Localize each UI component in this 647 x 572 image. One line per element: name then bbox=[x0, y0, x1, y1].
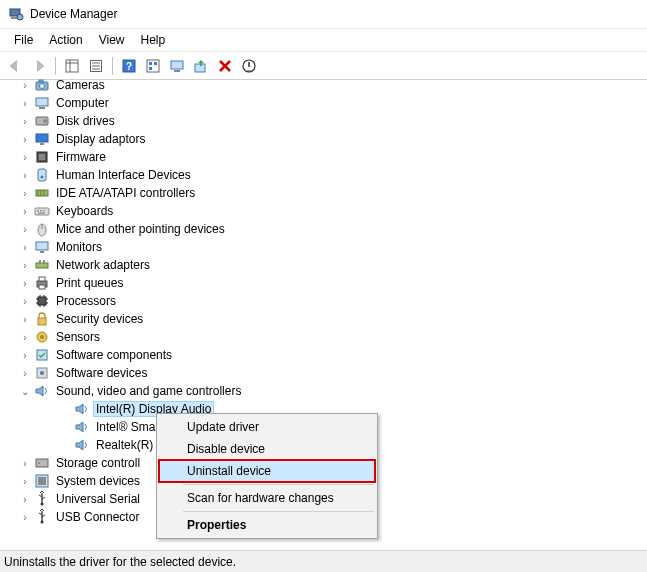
category-label: USB Connector bbox=[54, 510, 141, 524]
category-label: Storage controll bbox=[54, 456, 142, 470]
expand-arrow-icon[interactable]: › bbox=[18, 242, 32, 253]
category-label: Sound, video and game controllers bbox=[54, 384, 243, 398]
camera-icon bbox=[34, 77, 50, 93]
sound-icon bbox=[74, 401, 90, 417]
system-icon bbox=[34, 473, 50, 489]
category-label: Sensors bbox=[54, 330, 102, 344]
context-uninstall-device[interactable]: Uninstall device bbox=[158, 459, 376, 483]
expand-arrow-icon[interactable]: › bbox=[18, 188, 32, 199]
expand-arrow-icon[interactable]: › bbox=[18, 458, 32, 469]
svg-rect-52 bbox=[38, 297, 46, 305]
network-icon bbox=[34, 257, 50, 273]
category-label: Print queues bbox=[54, 276, 125, 290]
category-label: IDE ATA/ATAPI controllers bbox=[54, 186, 197, 200]
menu-action[interactable]: Action bbox=[41, 31, 90, 49]
expand-arrow-icon[interactable]: › bbox=[18, 296, 32, 307]
svg-rect-28 bbox=[40, 143, 44, 145]
menu-file[interactable]: File bbox=[6, 31, 41, 49]
category-8[interactable]: ›Mice and other pointing devices bbox=[18, 220, 647, 238]
svg-rect-27 bbox=[36, 134, 48, 142]
category-6[interactable]: ›IDE ATA/ATAPI controllers bbox=[18, 184, 647, 202]
expand-arrow-icon[interactable]: › bbox=[18, 332, 32, 343]
expand-arrow-icon[interactable]: › bbox=[18, 206, 32, 217]
window-title: Device Manager bbox=[30, 7, 117, 21]
category-2[interactable]: ›Disk drives bbox=[18, 112, 647, 130]
category-3[interactable]: ›Display adaptors bbox=[18, 130, 647, 148]
expand-arrow-icon[interactable]: › bbox=[18, 368, 32, 379]
context-properties[interactable]: Properties bbox=[159, 514, 375, 536]
svg-point-2 bbox=[17, 14, 23, 20]
category-label: Cameras bbox=[54, 78, 107, 92]
expand-arrow-icon[interactable]: › bbox=[18, 170, 32, 181]
category-9[interactable]: ›Monitors bbox=[18, 238, 647, 256]
expand-arrow-icon[interactable]: › bbox=[18, 350, 32, 361]
svg-rect-67 bbox=[36, 459, 48, 467]
expand-arrow-icon[interactable]: › bbox=[18, 278, 32, 289]
ide-icon bbox=[34, 185, 50, 201]
expand-arrow-icon[interactable]: › bbox=[18, 224, 32, 235]
cpu-icon bbox=[34, 293, 50, 309]
expand-arrow-icon[interactable]: › bbox=[18, 260, 32, 271]
category-label: Firmware bbox=[54, 150, 108, 164]
firmware-icon bbox=[34, 149, 50, 165]
context-scan-hardware[interactable]: Scan for hardware changes bbox=[159, 487, 375, 509]
category-0[interactable]: ›Cameras bbox=[18, 76, 647, 94]
category-5[interactable]: ›Human Interface Devices bbox=[18, 166, 647, 184]
category-label: Display adaptors bbox=[54, 132, 147, 146]
svg-point-72 bbox=[41, 521, 44, 524]
printer-icon bbox=[34, 275, 50, 291]
svg-point-68 bbox=[38, 462, 40, 464]
svg-rect-24 bbox=[39, 107, 45, 109]
sound-icon bbox=[34, 383, 50, 399]
category-11[interactable]: ›Print queues bbox=[18, 274, 647, 292]
category-1[interactable]: ›Computer bbox=[18, 94, 647, 112]
expand-arrow-icon[interactable]: › bbox=[18, 80, 32, 91]
sound-icon bbox=[74, 437, 90, 453]
category-4[interactable]: ›Firmware bbox=[18, 148, 647, 166]
svg-rect-70 bbox=[38, 477, 46, 485]
expand-arrow-icon[interactable]: › bbox=[18, 98, 32, 109]
svg-rect-46 bbox=[36, 263, 48, 268]
svg-rect-39 bbox=[40, 210, 42, 212]
softdev-icon bbox=[34, 365, 50, 381]
expand-arrow-icon[interactable]: › bbox=[18, 314, 32, 325]
category-7[interactable]: ›Keyboards bbox=[18, 202, 647, 220]
expand-arrow-icon[interactable]: › bbox=[18, 512, 32, 523]
hid-icon bbox=[34, 167, 50, 183]
category-label: System devices bbox=[54, 474, 142, 488]
expand-arrow-icon[interactable]: › bbox=[18, 152, 32, 163]
category-label: Disk drives bbox=[54, 114, 117, 128]
svg-rect-15 bbox=[149, 67, 152, 70]
category-label: Security devices bbox=[54, 312, 145, 326]
status-text: Uninstalls the driver for the selected d… bbox=[4, 555, 236, 569]
collapse-arrow-icon[interactable]: ⌄ bbox=[18, 386, 32, 397]
category-15[interactable]: ›Software components bbox=[18, 346, 647, 364]
category-label: Mice and other pointing devices bbox=[54, 222, 227, 236]
category-10[interactable]: ›Network adapters bbox=[18, 256, 647, 274]
app-icon bbox=[8, 6, 24, 22]
expand-arrow-icon[interactable]: › bbox=[18, 494, 32, 505]
category-13[interactable]: ›Security devices bbox=[18, 310, 647, 328]
category-label: Processors bbox=[54, 294, 118, 308]
svg-rect-45 bbox=[40, 251, 44, 253]
category-label: Software components bbox=[54, 348, 174, 362]
category-sound[interactable]: ⌄ Sound, video and game controllers bbox=[18, 382, 647, 400]
svg-point-32 bbox=[41, 176, 44, 179]
menu-help[interactable]: Help bbox=[133, 31, 174, 49]
usb-icon bbox=[34, 509, 50, 525]
expand-arrow-icon[interactable]: › bbox=[18, 476, 32, 487]
context-disable-device[interactable]: Disable device bbox=[159, 438, 375, 460]
category-16[interactable]: ›Software devices bbox=[18, 364, 647, 382]
context-update-driver[interactable]: Update driver bbox=[159, 416, 375, 438]
category-14[interactable]: ›Sensors bbox=[18, 328, 647, 346]
category-12[interactable]: ›Processors bbox=[18, 292, 647, 310]
expand-arrow-icon[interactable]: › bbox=[18, 134, 32, 145]
svg-point-26 bbox=[43, 119, 47, 123]
expand-arrow-icon[interactable]: › bbox=[18, 116, 32, 127]
svg-rect-47 bbox=[39, 260, 41, 263]
menu-view[interactable]: View bbox=[91, 31, 133, 49]
svg-rect-41 bbox=[38, 213, 45, 214]
svg-rect-14 bbox=[154, 62, 157, 65]
svg-point-66 bbox=[40, 371, 44, 375]
svg-rect-61 bbox=[38, 318, 46, 325]
